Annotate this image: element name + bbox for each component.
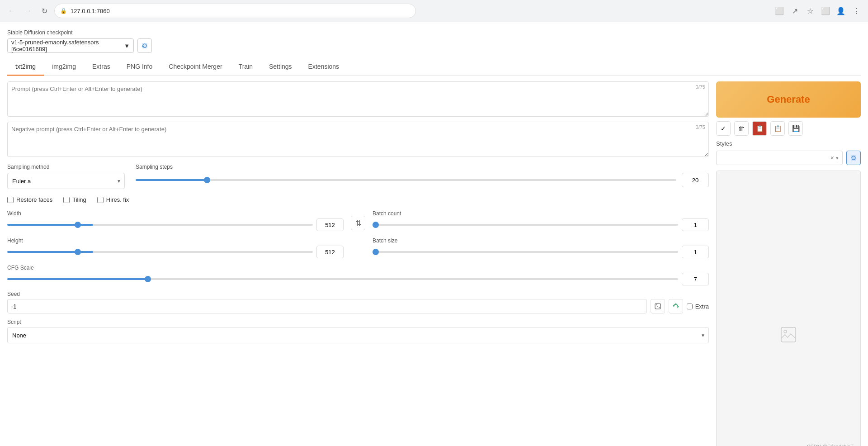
styles-refresh-button[interactable] xyxy=(846,151,861,165)
menu-btn[interactable]: ⋮ xyxy=(850,5,863,17)
styles-refresh-icon xyxy=(850,154,857,161)
dice-icon xyxy=(654,303,661,310)
recycle-button[interactable] xyxy=(669,299,683,313)
check-button[interactable]: ✓ xyxy=(716,121,731,136)
batch-count-slider[interactable] xyxy=(373,224,678,226)
screenshot-btn[interactable]: ⬜ xyxy=(773,5,786,17)
tab-checkpoint-merger[interactable]: Checkpoint Merger xyxy=(160,58,230,76)
footer-text: CSDN @FriendshipT... xyxy=(807,444,857,446)
sampling-method-group: Sampling method Euler a xyxy=(7,164,125,189)
styles-row: × ▾ xyxy=(716,151,861,165)
red-clipboard-button[interactable]: 📋 xyxy=(752,121,767,136)
cfg-label: CFG Scale xyxy=(7,265,709,271)
cfg-section: CFG Scale xyxy=(7,265,709,285)
height-slider[interactable] xyxy=(7,251,313,253)
sampling-method-select[interactable]: Euler a xyxy=(7,173,125,189)
save-style-button[interactable]: 💾 xyxy=(788,121,803,136)
checkpoint-select[interactable]: v1-5-pruned-emaonly.safetensors [6ce0161… xyxy=(7,38,134,53)
sampling-method-label: Sampling method xyxy=(7,164,125,170)
right-display: 📁 Save Zip Send to img2img Send to inpai… xyxy=(716,171,861,446)
script-section: Script None xyxy=(7,319,709,343)
trash-button[interactable]: 🗑 xyxy=(734,121,749,136)
tiling-checkbox[interactable]: Tiling xyxy=(63,196,86,203)
seed-label: Seed xyxy=(7,291,709,297)
browser-chrome: ← → ↻ 🔒 127.0.0.1:7860 ⬜ ↗ ☆ ⬜ 👤 ⋮ xyxy=(0,0,868,22)
lock-icon: 🔒 xyxy=(60,8,67,14)
tab-img2img[interactable]: img2img xyxy=(44,58,84,76)
settings-section: Sampling method Euler a Sampling steps xyxy=(7,164,709,343)
restore-faces-checkbox[interactable]: Restore faces xyxy=(7,196,52,203)
clipboard-button[interactable]: 📋 xyxy=(770,121,785,136)
height-batch-row: Height Batch size xyxy=(7,237,709,258)
width-label: Width xyxy=(7,210,344,217)
tab-txt2img[interactable]: txt2img xyxy=(7,58,44,76)
width-group: Width xyxy=(7,210,344,231)
batch-count-group: Batch count xyxy=(373,210,709,231)
batch-size-label: Batch size xyxy=(373,237,709,244)
height-value[interactable] xyxy=(316,246,344,258)
svg-point-3 xyxy=(657,306,658,307)
tabs-bar: txt2img img2img Extras PNG Info Checkpoi… xyxy=(7,58,861,76)
height-label: Height xyxy=(7,237,344,244)
right-panel: Generate ✓ 🗑 📋 📋 💾 Styles × ▾ xyxy=(716,81,861,442)
negative-prompt-input[interactable] xyxy=(7,122,709,157)
width-value[interactable] xyxy=(316,218,344,231)
tab-train[interactable]: Train xyxy=(231,58,261,76)
sampling-steps-value[interactable] xyxy=(682,173,709,187)
positive-prompt-input[interactable] xyxy=(7,81,709,117)
negative-prompt-section: 0/75 xyxy=(7,122,709,158)
cfg-value[interactable] xyxy=(682,273,709,285)
profile-btn[interactable]: 👤 xyxy=(835,5,847,17)
batch-size-slider[interactable] xyxy=(373,251,678,253)
seed-input[interactable] xyxy=(7,299,647,313)
checkboxes-row: Restore faces Tiling Hires. fix xyxy=(7,196,709,203)
bookmark-btn[interactable]: ☆ xyxy=(804,5,816,17)
tab-extensions[interactable]: Extensions xyxy=(300,58,347,76)
sampling-row: Sampling method Euler a Sampling steps xyxy=(7,164,709,189)
extra-checkbox-label[interactable]: Extra xyxy=(687,303,709,310)
batch-size-value[interactable] xyxy=(682,246,709,258)
main-layout: 0/75 0/75 Sampling method Euler a xyxy=(7,81,861,442)
svg-rect-6 xyxy=(781,327,796,342)
url-text: 127.0.0.1:7860 xyxy=(71,8,110,14)
toolbar-icons: ✓ 🗑 📋 📋 💾 xyxy=(716,121,861,136)
sampling-steps-slider[interactable] xyxy=(136,179,676,181)
styles-dropdown[interactable]: × ▾ xyxy=(716,151,843,165)
negative-prompt-counter: 0/75 xyxy=(696,124,705,130)
batch-size-group: Batch size xyxy=(373,237,709,258)
app-container: Stable Diffusion checkpoint v1-5-pruned-… xyxy=(0,22,868,446)
forward-button[interactable]: → xyxy=(22,5,34,17)
cfg-slider[interactable] xyxy=(7,278,678,280)
reload-button[interactable]: ↻ xyxy=(38,5,51,17)
svg-point-4 xyxy=(659,307,660,308)
tab-png-info[interactable]: PNG Info xyxy=(118,58,161,76)
checkpoint-label: Stable Diffusion checkpoint xyxy=(7,29,861,36)
sampling-steps-group: Sampling steps xyxy=(136,164,709,189)
dimensions-row: Width ⇅ Batch count xyxy=(7,210,709,231)
address-bar[interactable]: 🔒 127.0.0.1:7860 xyxy=(54,4,416,18)
sampling-steps-label: Sampling steps xyxy=(136,164,709,170)
svg-point-2 xyxy=(656,304,657,305)
script-select-wrapper: None xyxy=(7,327,709,343)
window-btn[interactable]: ⬜ xyxy=(819,5,832,17)
width-slider[interactable] xyxy=(7,224,313,226)
generate-button[interactable]: Generate xyxy=(716,81,861,118)
recycle-icon xyxy=(672,303,679,310)
tab-settings[interactable]: Settings xyxy=(261,58,300,76)
hires-fix-checkbox[interactable]: Hires. fix xyxy=(97,196,129,203)
checkpoint-refresh-button[interactable] xyxy=(137,38,152,53)
tab-extras[interactable]: Extras xyxy=(84,58,118,76)
back-button[interactable]: ← xyxy=(5,5,18,17)
batch-count-value[interactable] xyxy=(682,218,709,231)
styles-clear-button[interactable]: × xyxy=(830,154,834,161)
share-btn[interactable]: ↗ xyxy=(788,5,801,17)
swap-dimensions-button[interactable]: ⇅ xyxy=(351,216,365,230)
positive-prompt-section: 0/75 xyxy=(7,81,709,118)
script-select[interactable]: None xyxy=(7,327,709,343)
swap-button-wrapper: ⇅ xyxy=(351,216,365,230)
image-placeholder-icon xyxy=(779,326,797,347)
image-display-area xyxy=(717,171,860,446)
dice-button[interactable] xyxy=(651,299,665,313)
extra-checkbox[interactable] xyxy=(687,304,693,309)
script-label: Script xyxy=(7,319,709,325)
